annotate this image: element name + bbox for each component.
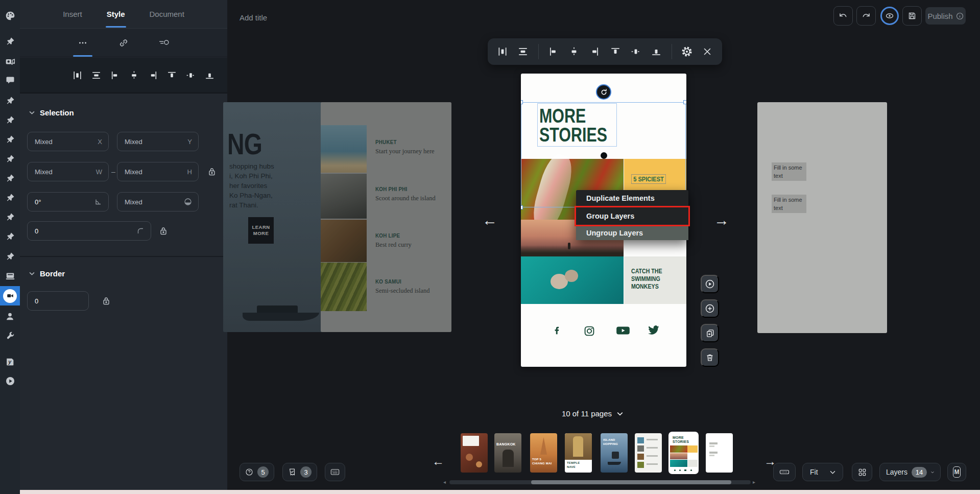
pin-icon[interactable]: [0, 93, 20, 108]
distribute-horizontal-icon[interactable]: [71, 69, 83, 81]
align-left-icon[interactable]: [546, 43, 561, 60]
duplicate-page-button[interactable]: [701, 324, 719, 342]
save-button[interactable]: [902, 6, 922, 26]
thumbnail-temple[interactable]: TEMPLE NAVE: [565, 433, 592, 473]
minimap-button[interactable]: M: [947, 463, 966, 481]
page-counter[interactable]: 10 of 11 pages: [541, 409, 643, 418]
scrollbar-handle[interactable]: [531, 480, 731, 484]
thumbnail-bangkok[interactable]: BANGKOK: [494, 433, 521, 473]
align-right-icon[interactable]: [587, 43, 602, 60]
scrollbar-right-cap[interactable]: ▸: [753, 479, 755, 485]
selection-handle-top-right[interactable]: [683, 100, 686, 104]
animate-subtab[interactable]: [154, 29, 175, 57]
palette-icon[interactable]: [0, 8, 20, 23]
layers-dropdown[interactable]: Layers 14: [879, 463, 941, 481]
menu-item-duplicate-elements[interactable]: Duplicate Elements: [576, 190, 688, 206]
page-island-guide[interactable]: PHUKET Start your journey here KOH PHI P…: [321, 102, 451, 332]
align-top-icon[interactable]: [165, 69, 178, 81]
pin-icon[interactable]: [0, 209, 20, 225]
twitter-icon[interactable]: [648, 325, 660, 336]
zoom-fit-dropdown[interactable]: Fit: [802, 463, 843, 481]
align-center-horizontal-icon[interactable]: [566, 43, 582, 60]
align-left-icon[interactable]: [109, 69, 121, 81]
align-center-vertical-icon[interactable]: [628, 43, 643, 60]
pin-icon[interactable]: [0, 171, 20, 186]
youtube-icon[interactable]: [616, 325, 630, 336]
align-right-icon[interactable]: [147, 69, 159, 81]
distribute-horizontal-icon[interactable]: [495, 43, 510, 60]
thumbnail-market[interactable]: [461, 433, 488, 473]
more-options-subtab[interactable]: [72, 29, 93, 57]
person-icon[interactable]: [0, 309, 20, 324]
distribute-vertical-icon[interactable]: [90, 69, 102, 81]
next-page-arrow[interactable]: →: [714, 213, 729, 228]
preview-button[interactable]: [879, 6, 900, 26]
border-section-header[interactable]: Border: [29, 269, 65, 278]
width-field[interactable]: Mixed W: [27, 162, 109, 181]
thumbnail-chiang-mai[interactable]: TOP 5 CHIANG MAI: [530, 433, 557, 473]
text-anchor-dot[interactable]: [601, 152, 607, 159]
rotate-handle[interactable]: [596, 84, 611, 100]
delete-page-button[interactable]: [701, 348, 719, 367]
align-center-horizontal-icon[interactable]: [128, 69, 140, 81]
tab-insert[interactable]: Insert: [62, 1, 83, 28]
keyboard-shortcuts-button[interactable]: [325, 463, 345, 481]
border-lock-icon[interactable]: [101, 294, 112, 308]
redo-button[interactable]: [856, 6, 876, 26]
link-subtab[interactable]: [113, 29, 134, 57]
pin-icon[interactable]: [0, 249, 20, 264]
thumbnails-scrollbar[interactable]: [449, 480, 751, 484]
comment-icon[interactable]: [0, 73, 20, 88]
publish-button[interactable]: Publish: [925, 7, 966, 25]
facebook-icon[interactable]: [552, 325, 563, 336]
border-width-field[interactable]: 0: [27, 291, 89, 311]
settings-gear-icon[interactable]: [679, 43, 694, 60]
pin-icon[interactable]: [0, 190, 20, 205]
selection-section-header[interactable]: Selection: [29, 108, 74, 117]
scrollbar-left-cap[interactable]: ◂: [443, 479, 446, 485]
radius-lock-icon[interactable]: [158, 224, 169, 238]
close-icon[interactable]: [700, 43, 715, 60]
height-field[interactable]: Mixed H: [117, 162, 199, 181]
previous-page-arrow[interactable]: ←: [482, 213, 497, 228]
undo-button[interactable]: [833, 6, 853, 26]
align-bottom-icon[interactable]: [649, 43, 664, 60]
thumbnail-island-hopping[interactable]: ISLAND HOPPING: [601, 433, 628, 473]
presentation-icon[interactable]: [0, 268, 20, 284]
learn-more-button[interactable]: LEARN MORE: [248, 217, 274, 244]
tab-style[interactable]: Style: [106, 1, 126, 28]
instagram-icon[interactable]: [583, 325, 595, 337]
thumbnails-scroll-left-arrow[interactable]: ←: [432, 454, 444, 468]
align-center-vertical-icon[interactable]: [184, 69, 197, 81]
add-page-button[interactable]: [701, 299, 719, 318]
opacity-field[interactable]: Mixed: [117, 192, 199, 211]
swimming-monkeys-photo[interactable]: [521, 256, 624, 304]
selection-handle-top-left[interactable]: [521, 100, 523, 104]
text-selection-box[interactable]: [537, 103, 617, 147]
thumbnail-more-stories-current[interactable]: MORE STORIES: [668, 432, 699, 474]
help-button[interactable]: 5: [240, 463, 274, 481]
thumbnail-blank[interactable]: [706, 433, 733, 473]
menu-item-group-layers[interactable]: Group Layers: [576, 206, 688, 225]
placeholder-text-box[interactable]: Fill in some text: [772, 162, 806, 181]
tasks-button[interactable]: 3: [282, 463, 317, 481]
pin-icon[interactable]: [0, 112, 20, 128]
distribute-vertical-icon[interactable]: [515, 43, 531, 60]
placeholder-text-box[interactable]: Fill in some text: [772, 195, 806, 213]
play-circle-icon[interactable]: [0, 373, 20, 389]
pin-icon[interactable]: [0, 229, 20, 244]
page-placeholder-text[interactable]: Fill in some text Fill in some text: [757, 102, 887, 333]
pin-icon[interactable]: [0, 132, 20, 147]
tab-document[interactable]: Document: [149, 1, 185, 28]
video-tool-active-item[interactable]: [0, 286, 20, 305]
catch-text[interactable]: CATCH THE SWIMMING MONKEYS: [631, 268, 662, 291]
grid-view-button[interactable]: [852, 463, 872, 481]
media-icon[interactable]: [0, 54, 20, 69]
thumbnail-guide-list[interactable]: [635, 433, 662, 473]
rotation-field[interactable]: 0°: [27, 192, 109, 211]
y-brand-icon[interactable]: y: [0, 354, 20, 369]
align-bottom-icon[interactable]: [203, 69, 216, 81]
align-top-icon[interactable]: [608, 43, 623, 60]
document-title-input[interactable]: Add title: [240, 13, 267, 22]
menu-item-ungroup-layers[interactable]: Ungroup Layers: [576, 225, 688, 240]
